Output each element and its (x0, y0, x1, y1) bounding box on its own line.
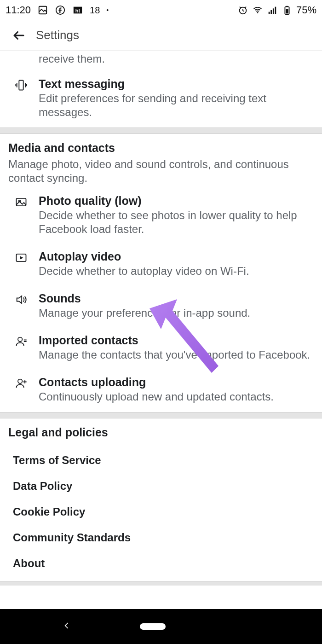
settings-item-autoplay-video[interactable]: Autoplay video Decide whether to autopla… (0, 244, 322, 286)
legal-item-community-standards[interactable]: Community Standards (8, 525, 314, 551)
legal-item-terms[interactable]: Terms of Service (8, 447, 314, 473)
svg-rect-8 (273, 8, 274, 14)
item-title: Photo quality (low) (39, 194, 314, 208)
app-title: Settings (36, 28, 79, 42)
play-box-icon (15, 251, 28, 264)
settings-item-contacts-uploading[interactable]: Contacts uploading Continuously upload n… (0, 370, 322, 412)
legal-item-title: Data Policy (13, 480, 309, 493)
svg-point-5 (257, 12, 259, 13)
settings-item-imported-contacts[interactable]: Imported contacts Manage the contacts th… (0, 328, 322, 370)
status-time: 11:20 (6, 4, 31, 16)
item-desc: Decide whether to autoplay video on Wi-F… (39, 264, 314, 278)
nav-back-button[interactable] (62, 621, 71, 632)
settings-item-sounds[interactable]: Sounds Manage your preferences for in-ap… (0, 286, 322, 328)
legal-item-cookie-policy[interactable]: Cookie Policy (8, 499, 314, 525)
nav-home-button[interactable] (140, 623, 166, 630)
legal-item-data-policy[interactable]: Data Policy (8, 473, 314, 499)
section-header-media: Media and contacts Manage photo, video a… (0, 134, 322, 189)
status-bar: 11:20 ht 18 • (0, 0, 322, 20)
alarm-icon (237, 5, 248, 16)
svg-point-18 (18, 379, 22, 383)
content-scroll[interactable]: receive them. Text messaging Edit prefer… (0, 51, 322, 644)
item-title: Imported contacts (39, 334, 314, 347)
svg-rect-12 (286, 6, 288, 7)
person-icon (15, 335, 28, 348)
photo-icon (15, 196, 28, 209)
item-desc: Decide whether to see photos in lower qu… (39, 209, 314, 236)
battery-icon (282, 5, 293, 16)
item-title: Sounds (39, 292, 314, 305)
legal-item-title: Cookie Policy (13, 505, 309, 518)
back-button[interactable] (8, 25, 29, 46)
item-desc: Edit preferences for sending and receivi… (39, 92, 314, 119)
phone-vibrate-icon (15, 79, 28, 92)
item-desc: Manage your preferences for in-app sound… (39, 306, 314, 320)
legal-item-about[interactable]: About (8, 551, 314, 576)
signal-icon (267, 5, 278, 16)
item-title: Autoplay video (39, 250, 314, 263)
item-title: Contacts uploading (39, 376, 314, 389)
svg-rect-11 (286, 9, 288, 13)
section-divider (0, 581, 322, 586)
section-title: Media and contacts (8, 141, 314, 155)
svg-rect-6 (269, 12, 270, 14)
android-nav-bar (0, 609, 322, 644)
item-desc: Continuously upload new and updated cont… (39, 390, 314, 404)
partial-item-desc: receive them. (39, 52, 314, 65)
item-title: Text messaging (39, 77, 314, 91)
section-divider (0, 412, 322, 418)
svg-rect-14 (17, 198, 26, 206)
status-indicator-number: 18 (90, 5, 100, 16)
legal-section: Legal and policies Terms of Service Data… (0, 418, 322, 581)
svg-point-17 (18, 337, 22, 342)
person-plus-icon (15, 377, 28, 390)
section-title: Legal and policies (8, 426, 314, 439)
item-desc: Manage the contacts that you've imported… (39, 348, 314, 362)
section-desc: Manage photo, video and sound controls, … (8, 157, 314, 185)
svg-rect-13 (19, 81, 23, 90)
svg-rect-7 (270, 10, 272, 14)
legal-item-title: Community Standards (13, 531, 309, 544)
legal-item-title: About (13, 557, 309, 570)
legal-item-title: Terms of Service (13, 454, 309, 467)
partial-item[interactable]: receive them. (0, 51, 322, 72)
facebook-icon (55, 5, 66, 16)
ht-icon: ht (72, 5, 83, 16)
status-battery-percent: 75% (296, 4, 316, 16)
arrow-left-icon (12, 29, 26, 42)
dot-icon: • (106, 6, 109, 14)
svg-rect-9 (275, 7, 276, 14)
speaker-icon (15, 293, 28, 306)
svg-text:ht: ht (75, 8, 80, 13)
section-divider (0, 128, 322, 134)
settings-item-text-messaging[interactable]: Text messaging Edit preferences for send… (0, 72, 322, 128)
app-bar: Settings (0, 20, 322, 51)
wifi-icon (252, 5, 263, 16)
gallery-icon (37, 5, 48, 16)
settings-item-photo-quality[interactable]: Photo quality (low) Decide whether to se… (0, 189, 322, 244)
